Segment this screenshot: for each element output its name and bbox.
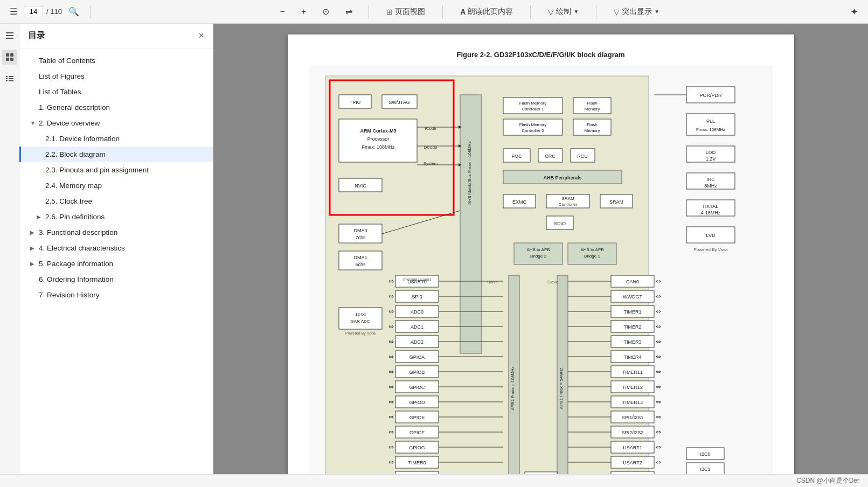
toc-item-ch2-5[interactable]: 2.5. Clock tree [19, 193, 213, 209]
svg-text:APB1  Fmax = 54MHz: APB1 Fmax = 54MHz [559, 367, 564, 409]
toolbar-separator-4 [530, 5, 531, 18]
svg-text:⇔: ⇔ [388, 323, 394, 330]
svg-text:⇔: ⇔ [656, 293, 661, 300]
toc-label-ch3: 3. Functional description [39, 228, 204, 236]
thumbnail-icon-button[interactable] [2, 50, 17, 65]
toc-item-ch2[interactable]: ▼ 2. Device overview [19, 115, 213, 131]
toc-item-ch2-1[interactable]: 2.1. Device information [19, 131, 213, 147]
toc-arrow-ch6 [30, 276, 39, 282]
toc-item-ch2-2[interactable]: 2.2. Block diagram [19, 147, 213, 162]
toc-arrow-ch2-2 [37, 151, 45, 157]
svg-text:⇔: ⇔ [388, 277, 394, 285]
svg-text:Interrupt request: Interrupt request [403, 277, 430, 282]
svg-text:Controller 2: Controller 2 [522, 128, 544, 133]
svg-text:Flash Memory: Flash Memory [519, 122, 546, 127]
svg-text:SDIO: SDIO [553, 221, 565, 226]
sidebar-title: 目录 [28, 30, 45, 41]
svg-text:Slave: Slave [487, 280, 498, 284]
content-area[interactable]: Figure 2-2. GD32F103xC/D/E/F/G/I/K block… [213, 24, 868, 474]
highlight-arrow-icon: ▼ [654, 9, 659, 15]
svg-text:LDO: LDO [705, 150, 716, 155]
zoom-out-button[interactable]: − [277, 5, 288, 19]
svg-rect-5 [6, 58, 9, 61]
svg-text:⇔: ⇔ [656, 383, 661, 391]
toc-item-ch1[interactable]: 1. General description [19, 100, 213, 115]
svg-text:SRAM: SRAM [561, 196, 574, 201]
svg-text:PLL: PLL [706, 119, 714, 124]
toc-item-ch2-4[interactable]: 2.4. Memory map [19, 178, 213, 193]
svg-text:Fmax: 108MHz: Fmax: 108MHz [362, 144, 395, 150]
toc-label-ch2-2: 2.2. Block diagram [45, 150, 204, 158]
sidebar: 目录 × Table of Contents List of Figures L… [19, 24, 213, 474]
read-aloud-button[interactable]: A 朗读此页内容 [456, 5, 517, 19]
svg-text:⇔: ⇔ [388, 353, 394, 360]
svg-text:ADC0: ADC0 [410, 309, 423, 315]
read-label: 朗读此页内容 [468, 7, 513, 17]
toc-arrow-ch2-6: ▶ [37, 214, 45, 220]
svg-text:LVD: LVD [706, 233, 715, 238]
svg-text:GPIOD: GPIOD [409, 400, 425, 405]
toc-item-ch2-3[interactable]: 2.3. Pinouts and pin assignment [19, 162, 213, 178]
svg-text:GPIOE: GPIOE [409, 415, 425, 420]
toc-item-ch2-6[interactable]: ▶ 2.6. Pin definitions [19, 209, 213, 225]
svg-text:HXTAL: HXTAL [703, 204, 718, 209]
svg-text:AHB to APB: AHB to APB [526, 247, 550, 252]
svg-text:Processor: Processor [367, 136, 389, 142]
draw-button[interactable]: ▽ 绘制 ▼ [544, 5, 583, 19]
toc-arrow-ch2-4 [37, 183, 45, 189]
svg-text:RCU: RCU [577, 154, 588, 159]
toc-arrow-toc [30, 58, 39, 64]
svg-text:⇔: ⇔ [656, 368, 661, 375]
svg-text:USART2: USART2 [623, 460, 642, 465]
fit-button[interactable]: ⊙ [319, 4, 332, 19]
toc-label-tables: List of Tables [39, 88, 204, 96]
svg-text:ICode: ICode [425, 126, 436, 131]
svg-text:Bridge 2: Bridge 2 [530, 254, 546, 259]
svg-text:8MHz: 8MHz [704, 183, 717, 189]
view-mode-button[interactable]: ⊞ 页面视图 [382, 5, 429, 19]
toc-item-ch5[interactable]: ▶ 5. Package information [19, 256, 213, 272]
svg-text:SRAM: SRAM [609, 199, 623, 205]
toc-item-ch4[interactable]: ▶ 4. Electrical characteristics [19, 240, 213, 256]
svg-text:DMA1: DMA1 [353, 255, 367, 260]
svg-text:SW/JTAG: SW/JTAG [388, 100, 409, 105]
zoom-in-button[interactable]: + [298, 5, 309, 19]
svg-text:Powered By Vssa: Powered By Vssa [693, 247, 728, 252]
toc-label-ch2: 2. Device overview [39, 119, 204, 127]
menu-button[interactable]: ☰ [6, 4, 20, 19]
draw-icon: ▽ [548, 8, 554, 16]
highlight-button[interactable]: ▽ 突出显示 ▼ [609, 5, 664, 19]
svg-text:1.2V: 1.2V [705, 156, 716, 162]
toc-item-ch6[interactable]: 6. Ordering Information [19, 272, 213, 287]
svg-text:5chs: 5chs [355, 262, 366, 267]
svg-text:Powered By Vdda: Powered By Vdda [345, 331, 375, 336]
svg-text:⇔: ⇔ [656, 413, 661, 421]
toc-arrow-ch2-3 [37, 167, 45, 173]
scroll-button[interactable]: ⇌ [342, 4, 356, 19]
sidebar-body: Table of Contents List of Figures List o… [19, 48, 213, 474]
svg-text:ARM Cortex-M3: ARM Cortex-M3 [360, 128, 396, 134]
toc-arrow-ch5: ▶ [30, 261, 39, 267]
svg-text:Slave: Slave [547, 280, 558, 284]
page-number-input[interactable] [24, 6, 43, 17]
toc-item-ch7[interactable]: 7. Revision History [19, 287, 213, 303]
svg-text:⇔: ⇔ [388, 338, 394, 345]
tools-button[interactable]: ✦ [847, 4, 862, 20]
list-icon-button[interactable] [2, 71, 17, 86]
toc-item-figures[interactable]: List of Figures [19, 68, 213, 84]
svg-rect-164 [525, 472, 557, 474]
toc-item-ch3[interactable]: ▶ 3. Functional description [19, 225, 213, 240]
svg-text:DMA0: DMA0 [353, 228, 367, 233]
sidebar-close-button[interactable]: × [198, 30, 204, 41]
svg-text:SPI0: SPI0 [412, 294, 422, 300]
search-button[interactable]: 🔍 [65, 4, 82, 19]
view-mode-label: 页面视图 [395, 7, 425, 17]
svg-text:TIMER0: TIMER0 [408, 460, 426, 465]
toc-icon-button[interactable] [2, 28, 17, 43]
toolbar-center: − + ⊙ ⇌ ⊞ 页面视图 A 朗读此页内容 ▽ 绘制 ▼ ▽ 突出显示 ▼ [98, 4, 843, 19]
svg-text:I2C1: I2C1 [700, 467, 710, 472]
toc-label-ch2-5: 2.5. Clock tree [45, 197, 204, 205]
svg-text:USART1: USART1 [623, 445, 642, 450]
toc-item-tables[interactable]: List of Tables [19, 84, 213, 100]
toc-item-toc[interactable]: Table of Contents [19, 53, 213, 68]
